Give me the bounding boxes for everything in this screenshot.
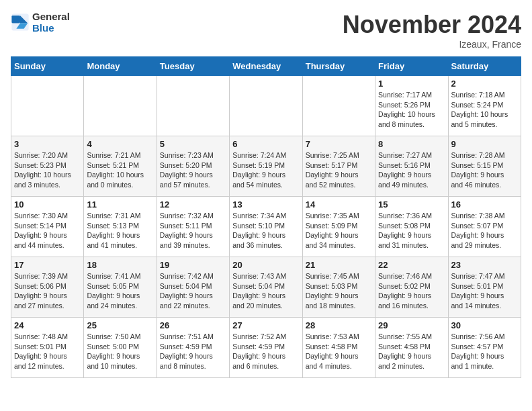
day-number: 30 xyxy=(451,320,518,330)
day-number: 19 xyxy=(160,260,226,270)
day-number: 9 xyxy=(451,139,518,149)
calendar-cell: 17Sunrise: 7:39 AM Sunset: 5:06 PM Dayli… xyxy=(11,257,84,318)
calendar-cell: 15Sunrise: 7:36 AM Sunset: 5:08 PM Dayli… xyxy=(375,197,448,257)
weekday-header-monday: Monday xyxy=(84,57,157,76)
calendar-cell xyxy=(230,76,302,136)
day-info: Sunrise: 7:43 AM Sunset: 5:04 PM Dayligh… xyxy=(232,271,299,311)
calendar-cell xyxy=(157,76,229,136)
day-number: 18 xyxy=(87,260,153,270)
day-info: Sunrise: 7:46 AM Sunset: 5:02 PM Dayligh… xyxy=(378,271,445,311)
calendar-cell: 24Sunrise: 7:48 AM Sunset: 5:01 PM Dayli… xyxy=(11,318,84,378)
day-info: Sunrise: 7:42 AM Sunset: 5:04 PM Dayligh… xyxy=(160,271,226,311)
day-number: 20 xyxy=(232,260,299,270)
day-info: Sunrise: 7:20 AM Sunset: 5:23 PM Dayligh… xyxy=(14,150,81,190)
calendar-week-row: 3Sunrise: 7:20 AM Sunset: 5:23 PM Daylig… xyxy=(11,136,521,197)
calendar-cell: 30Sunrise: 7:56 AM Sunset: 4:57 PM Dayli… xyxy=(448,318,521,378)
calendar-cell: 14Sunrise: 7:35 AM Sunset: 5:09 PM Dayli… xyxy=(302,197,375,257)
day-number: 27 xyxy=(232,320,299,330)
day-number: 29 xyxy=(378,320,445,330)
day-info: Sunrise: 7:38 AM Sunset: 5:07 PM Dayligh… xyxy=(451,211,518,250)
calendar-cell xyxy=(302,76,375,136)
day-number: 4 xyxy=(87,139,153,149)
location: Izeaux, France xyxy=(343,39,521,50)
calendar-cell: 26Sunrise: 7:51 AM Sunset: 4:59 PM Dayli… xyxy=(157,318,229,378)
day-info: Sunrise: 7:39 AM Sunset: 5:06 PM Dayligh… xyxy=(14,271,81,311)
day-info: Sunrise: 7:35 AM Sunset: 5:09 PM Dayligh… xyxy=(306,211,372,250)
day-info: Sunrise: 7:25 AM Sunset: 5:17 PM Dayligh… xyxy=(306,150,372,190)
day-number: 12 xyxy=(160,199,226,210)
logo-icon xyxy=(11,13,30,32)
day-number: 16 xyxy=(451,199,518,210)
day-number: 26 xyxy=(160,320,226,330)
day-info: Sunrise: 7:18 AM Sunset: 5:24 PM Dayligh… xyxy=(451,90,518,130)
day-number: 17 xyxy=(14,260,81,270)
day-number: 22 xyxy=(378,260,445,270)
calendar-week-row: 17Sunrise: 7:39 AM Sunset: 5:06 PM Dayli… xyxy=(11,257,521,318)
day-info: Sunrise: 7:30 AM Sunset: 5:14 PM Dayligh… xyxy=(14,211,81,250)
calendar-cell: 5Sunrise: 7:23 AM Sunset: 5:20 PM Daylig… xyxy=(157,136,229,197)
day-info: Sunrise: 7:21 AM Sunset: 5:21 PM Dayligh… xyxy=(87,150,153,190)
calendar-cell: 2Sunrise: 7:18 AM Sunset: 5:24 PM Daylig… xyxy=(448,76,521,136)
weekday-header-row: SundayMondayTuesdayWednesdayThursdayFrid… xyxy=(11,57,521,76)
day-info: Sunrise: 7:48 AM Sunset: 5:01 PM Dayligh… xyxy=(14,332,81,371)
calendar-table: SundayMondayTuesdayWednesdayThursdayFrid… xyxy=(11,56,521,378)
logo: General Blue xyxy=(11,11,70,34)
day-info: Sunrise: 7:28 AM Sunset: 5:15 PM Dayligh… xyxy=(451,150,518,190)
calendar-cell: 27Sunrise: 7:52 AM Sunset: 4:59 PM Dayli… xyxy=(230,318,302,378)
calendar-cell: 22Sunrise: 7:46 AM Sunset: 5:02 PM Dayli… xyxy=(375,257,448,318)
day-number: 10 xyxy=(14,199,81,210)
weekday-header-thursday: Thursday xyxy=(302,57,375,76)
day-info: Sunrise: 7:36 AM Sunset: 5:08 PM Dayligh… xyxy=(378,211,445,250)
day-number: 14 xyxy=(306,199,372,210)
calendar-cell: 7Sunrise: 7:25 AM Sunset: 5:17 PM Daylig… xyxy=(302,136,375,197)
calendar-cell: 25Sunrise: 7:50 AM Sunset: 5:00 PM Dayli… xyxy=(84,318,157,378)
weekday-header-saturday: Saturday xyxy=(448,57,521,76)
day-number: 21 xyxy=(306,260,372,270)
weekday-header-friday: Friday xyxy=(375,57,448,76)
day-number: 11 xyxy=(87,199,153,210)
weekday-header-sunday: Sunday xyxy=(11,57,84,76)
day-number: 25 xyxy=(87,320,153,330)
calendar-cell: 3Sunrise: 7:20 AM Sunset: 5:23 PM Daylig… xyxy=(11,136,84,197)
day-info: Sunrise: 7:24 AM Sunset: 5:19 PM Dayligh… xyxy=(232,150,299,190)
calendar-cell: 13Sunrise: 7:34 AM Sunset: 5:10 PM Dayli… xyxy=(230,197,302,257)
svg-rect-3 xyxy=(11,15,20,23)
calendar-cell: 12Sunrise: 7:32 AM Sunset: 5:11 PM Dayli… xyxy=(157,197,229,257)
calendar-cell: 10Sunrise: 7:30 AM Sunset: 5:14 PM Dayli… xyxy=(11,197,84,257)
day-number: 13 xyxy=(232,199,299,210)
day-number: 24 xyxy=(14,320,81,330)
day-info: Sunrise: 7:41 AM Sunset: 5:05 PM Dayligh… xyxy=(87,271,153,311)
day-info: Sunrise: 7:55 AM Sunset: 4:58 PM Dayligh… xyxy=(378,332,445,371)
day-info: Sunrise: 7:53 AM Sunset: 4:58 PM Dayligh… xyxy=(306,332,372,371)
day-number: 23 xyxy=(451,260,518,270)
calendar-cell: 28Sunrise: 7:53 AM Sunset: 4:58 PM Dayli… xyxy=(302,318,375,378)
calendar-cell: 16Sunrise: 7:38 AM Sunset: 5:07 PM Dayli… xyxy=(448,197,521,257)
weekday-header-wednesday: Wednesday xyxy=(230,57,302,76)
calendar-cell: 11Sunrise: 7:31 AM Sunset: 5:13 PM Dayli… xyxy=(84,197,157,257)
calendar-cell: 23Sunrise: 7:47 AM Sunset: 5:01 PM Dayli… xyxy=(448,257,521,318)
calendar-cell: 6Sunrise: 7:24 AM Sunset: 5:19 PM Daylig… xyxy=(230,136,302,197)
month-title: November 2024 xyxy=(343,11,521,39)
calendar-cell: 20Sunrise: 7:43 AM Sunset: 5:04 PM Dayli… xyxy=(230,257,302,318)
day-info: Sunrise: 7:50 AM Sunset: 5:00 PM Dayligh… xyxy=(87,332,153,371)
day-info: Sunrise: 7:52 AM Sunset: 4:59 PM Dayligh… xyxy=(232,332,299,371)
day-number: 7 xyxy=(306,139,372,149)
day-number: 2 xyxy=(451,79,518,89)
calendar-cell: 4Sunrise: 7:21 AM Sunset: 5:21 PM Daylig… xyxy=(84,136,157,197)
calendar-cell: 29Sunrise: 7:55 AM Sunset: 4:58 PM Dayli… xyxy=(375,318,448,378)
day-info: Sunrise: 7:34 AM Sunset: 5:10 PM Dayligh… xyxy=(232,211,299,250)
calendar-cell: 8Sunrise: 7:27 AM Sunset: 5:16 PM Daylig… xyxy=(375,136,448,197)
calendar-week-row: 10Sunrise: 7:30 AM Sunset: 5:14 PM Dayli… xyxy=(11,197,521,257)
day-number: 15 xyxy=(378,199,445,210)
calendar-week-row: 1Sunrise: 7:17 AM Sunset: 5:26 PM Daylig… xyxy=(11,76,521,136)
day-info: Sunrise: 7:32 AM Sunset: 5:11 PM Dayligh… xyxy=(160,211,226,250)
day-info: Sunrise: 7:27 AM Sunset: 5:16 PM Dayligh… xyxy=(378,150,445,190)
day-info: Sunrise: 7:17 AM Sunset: 5:26 PM Dayligh… xyxy=(378,90,445,130)
day-number: 5 xyxy=(160,139,226,149)
calendar-cell xyxy=(84,76,157,136)
calendar-cell: 18Sunrise: 7:41 AM Sunset: 5:05 PM Dayli… xyxy=(84,257,157,318)
calendar-cell xyxy=(11,76,84,136)
day-info: Sunrise: 7:31 AM Sunset: 5:13 PM Dayligh… xyxy=(87,211,153,250)
day-info: Sunrise: 7:51 AM Sunset: 4:59 PM Dayligh… xyxy=(160,332,226,371)
day-number: 28 xyxy=(306,320,372,330)
